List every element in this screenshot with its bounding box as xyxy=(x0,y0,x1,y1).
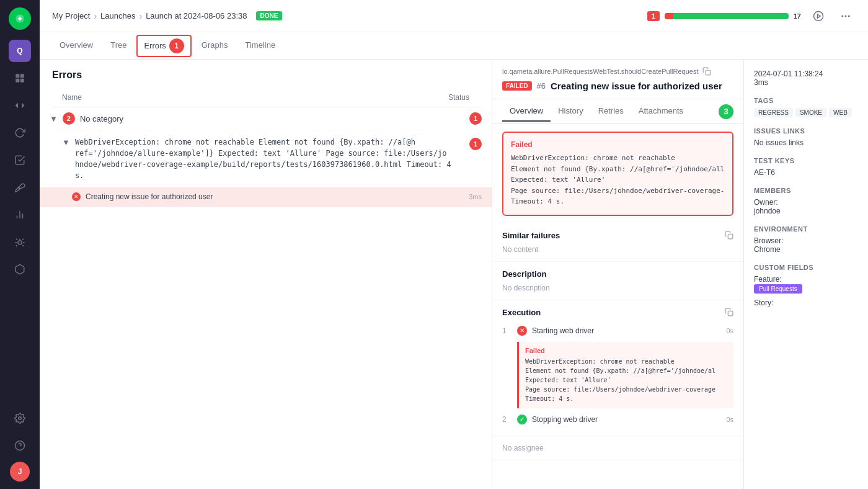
check-square-icon[interactable] xyxy=(9,149,31,171)
error-group-count: 1 xyxy=(469,138,482,150)
rocket-icon[interactable] xyxy=(9,176,31,199)
description-empty: No description xyxy=(502,284,733,292)
user-avatar[interactable]: J xyxy=(10,462,30,482)
detail-tab-retries[interactable]: Retries xyxy=(591,101,631,122)
right-main: io.qameta.allure.PullRequestsWebTest.sho… xyxy=(492,60,744,489)
category-name: No category xyxy=(80,114,469,123)
rs-members-section: Members Owner: johndoe xyxy=(754,187,858,215)
rs-tag-regress: REGRESS xyxy=(754,108,793,117)
tab-overview[interactable]: Overview xyxy=(52,35,100,56)
rs-customfields-section: Custom Fields Feature: Pull Requests Sto… xyxy=(754,264,858,307)
rs-owner-label: Owner: xyxy=(754,198,858,207)
rs-issues-value: No issues links xyxy=(754,138,858,147)
help-icon[interactable] xyxy=(9,434,31,457)
breadcrumb-sep-1: › xyxy=(94,11,97,21)
error-group-row[interactable]: ▼ WebDriverException: chrome not reachab… xyxy=(40,130,492,187)
play-button[interactable] xyxy=(808,6,828,26)
progress-bar-fill xyxy=(665,13,673,19)
rs-tags: REGRESS SMOKE WEB xyxy=(754,108,858,117)
test-fqn: io.qameta.allure.PullRequestsWebTest.sho… xyxy=(502,67,733,76)
svg-rect-3 xyxy=(16,79,19,83)
breadcrumb-launches[interactable]: Launches xyxy=(100,11,135,20)
bug-icon[interactable] xyxy=(9,231,31,253)
tab-tree[interactable]: Tree xyxy=(103,35,134,56)
test-title: Creating new issue for authorized user xyxy=(551,81,722,91)
main-content: My Project › Launches › Launch at 2024-0… xyxy=(40,0,868,489)
category-badge: 2 xyxy=(63,112,75,125)
test-list-item[interactable]: ✕ Creating new issue for authorized user… xyxy=(40,187,492,207)
col-name[interactable]: Name xyxy=(62,93,443,102)
failed-badge: FAILED xyxy=(502,81,532,91)
table-header: Name Status xyxy=(52,88,479,107)
error-group: ▼ WebDriverException: chrome not reachab… xyxy=(40,130,492,207)
exec-step-2-name: Stopping web driver xyxy=(532,415,721,424)
rs-environment-section: Environment Browser: Chrome xyxy=(754,225,858,254)
right-sidebar: 2024-07-01 11:38:24 3ms Tags REGRESS SMO… xyxy=(744,60,868,489)
svg-point-9 xyxy=(19,417,22,420)
svg-point-8 xyxy=(18,241,22,244)
detail-tabs: Overview History Retries Attachments 3 xyxy=(492,99,743,124)
box-icon[interactable] xyxy=(9,258,31,280)
svg-point-15 xyxy=(845,15,847,17)
rs-feature-tag: Pull Requests xyxy=(754,284,802,294)
test-item-duration: 3ms xyxy=(469,193,482,200)
exec-step-1-status-icon: ✕ xyxy=(517,326,527,336)
rs-datetime: 2024-07-01 11:38:24 xyxy=(754,70,858,78)
category-row[interactable]: ▼ 2 No category 1 xyxy=(40,107,492,130)
exec-step-1-name: Starting web driver xyxy=(532,326,721,335)
svg-rect-19 xyxy=(728,312,733,316)
code-icon[interactable] xyxy=(9,94,31,117)
similar-failures-title: Similar failures xyxy=(502,231,733,240)
svg-point-14 xyxy=(841,15,843,17)
app-logo[interactable] xyxy=(9,7,31,30)
project-avatar[interactable]: Q xyxy=(9,40,31,62)
tab-timeline[interactable]: Timeline xyxy=(237,35,283,56)
errors-table-body: ▼ 2 No category 1 ▼ WebDriverException: … xyxy=(40,107,492,489)
execution-copy-icon[interactable] xyxy=(725,308,733,316)
error-box-title: Failed xyxy=(511,140,725,149)
exec-step-1-duration: 0s xyxy=(726,327,733,334)
similar-failures-title-text: Similar failures xyxy=(502,231,560,240)
exec-step-2-status-icon: ✓ xyxy=(517,415,527,424)
dashboard-icon[interactable] xyxy=(9,67,31,89)
rs-browser-label: Browser: xyxy=(754,236,858,245)
test-title-row: FAILED #6 Creating new issue for authori… xyxy=(502,81,733,91)
refresh-icon[interactable] xyxy=(9,122,31,144)
detail-tab-history[interactable]: History xyxy=(551,101,590,122)
tab-graphs[interactable]: Graphs xyxy=(194,35,236,56)
description-title: Description xyxy=(502,269,733,279)
similar-failures-copy-icon[interactable] xyxy=(725,231,733,240)
errors-count-badge: 1 xyxy=(169,38,184,53)
chart-icon[interactable] xyxy=(9,204,31,226)
svg-marker-13 xyxy=(818,14,821,18)
copy-fqn-icon[interactable] xyxy=(702,67,711,76)
rs-duration: 3ms xyxy=(754,78,858,87)
exec-step-1-error: Failed WebDriverException: chrome not re… xyxy=(517,342,733,408)
col-status[interactable]: Status xyxy=(448,93,469,102)
tab-errors[interactable]: Errors 1 xyxy=(136,35,191,57)
right-panel: io.qameta.allure.PullRequestsWebTest.sho… xyxy=(492,60,868,489)
rs-environment-label: Environment xyxy=(754,225,858,233)
errors-title: Errors xyxy=(52,70,479,81)
settings-icon[interactable] xyxy=(9,407,31,429)
svg-point-12 xyxy=(814,11,823,20)
fqn-text: io.qameta.allure.PullRequestsWebTest.sho… xyxy=(502,68,699,75)
breadcrumb-current: Launch at 2024-08-06 23:38 xyxy=(146,11,247,20)
breadcrumb-project[interactable]: My Project xyxy=(52,11,90,20)
test-id: #6 xyxy=(537,81,546,91)
detail-tab-attachments[interactable]: Attachments xyxy=(631,101,691,122)
more-options-button[interactable] xyxy=(836,6,856,26)
error-group-toggle-icon: ▼ xyxy=(62,138,70,147)
description-section: Description No description xyxy=(492,262,743,300)
exec-error-title: Failed xyxy=(525,347,727,354)
rs-story-label: Story: xyxy=(754,298,858,307)
sidebar: Q J xyxy=(0,0,40,489)
exec-step-1: 1 ✕ Starting web driver 0s xyxy=(502,322,733,339)
rs-issues-label: Issues links xyxy=(754,127,858,135)
nav-tabs: Overview Tree Errors 1 Graphs Timeline xyxy=(40,32,868,60)
description-title-text: Description xyxy=(502,269,547,279)
header: My Project › Launches › Launch at 2024-0… xyxy=(40,0,868,32)
exec-error-text: WebDriverException: chrome not reachable… xyxy=(525,357,727,403)
detail-tab-overview[interactable]: Overview xyxy=(502,101,551,122)
exec-step-2-duration: 0s xyxy=(726,416,733,423)
